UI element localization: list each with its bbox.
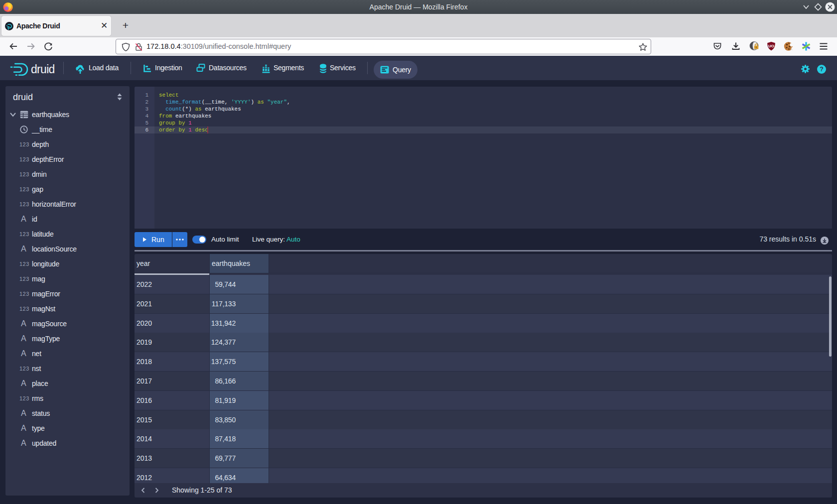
svg-text:UO: UO [768,44,774,48]
svg-text:?: ? [820,66,824,73]
